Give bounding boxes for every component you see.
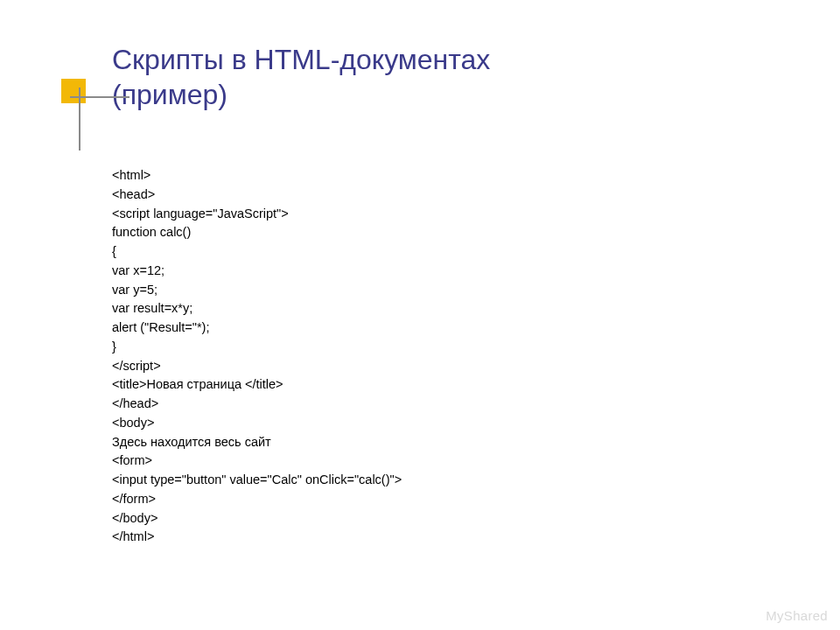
title-line-1: Скрипты в HTML-документах [112,44,490,75]
slide-title: Скрипты в HTML-документах (пример) [112,42,490,112]
slide: Скрипты в HTML-документах (пример) <html… [0,0,840,630]
vertical-line [79,88,80,150]
code-block: <html> <head> <script language="JavaScri… [112,166,402,547]
watermark: MyShared [766,608,828,623]
yellow-square-icon [61,79,86,103]
title-line-2: (пример) [112,79,228,110]
